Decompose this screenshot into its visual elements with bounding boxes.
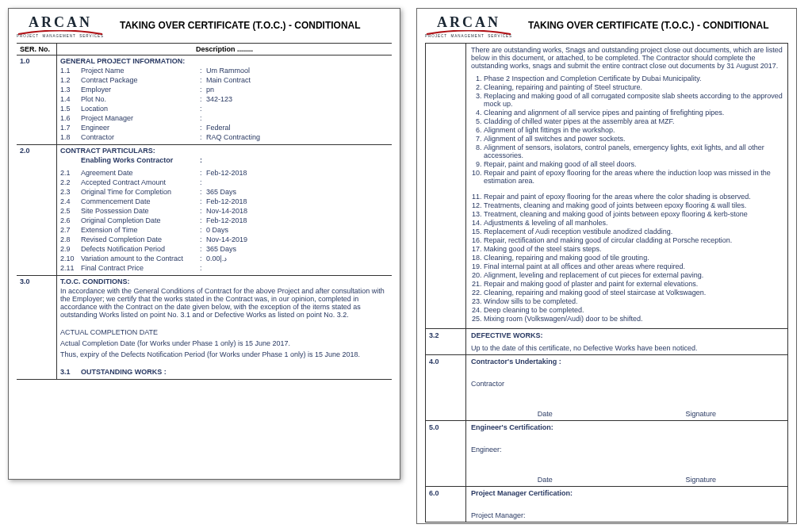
field-row: 1.5Location: [60, 105, 389, 113]
section-6-0-title: Project Manager Certification: [471, 489, 783, 497]
field-row: 2.5Site Possession Date:Nov-14-2018 [60, 207, 389, 215]
date-label: Date [538, 476, 553, 484]
section-1-body: GENERAL PROJECT INFORMATION: 1.1Project … [57, 55, 393, 145]
list-item: Mixing room (Volkswagen/Audi) door to be… [484, 315, 783, 323]
field-label: Employer [81, 86, 200, 94]
list-item: Adjustments & leveling of all manholes. [484, 219, 783, 227]
section-3-title: T.O.C. CONDITIONS: [60, 277, 389, 285]
field-value: Nov-14-2019 [206, 235, 389, 243]
field-value [206, 114, 389, 122]
list-item: Cleaning, repairing and making good of t… [484, 254, 783, 262]
field-value: 365 Days [206, 245, 389, 253]
section-6-0-row: 6.0 Project Manager Certification: Proje… [426, 486, 787, 522]
field-row: 2.4Commencement Date:Feb-12-2018 [60, 197, 389, 205]
field-value [206, 105, 389, 113]
section-5-0-row: 5.0 Engineer's Certification: Engineer: … [426, 420, 787, 486]
signature-row: Date Signature [471, 410, 783, 418]
page-2-body: There are outstanding works, Snags and o… [425, 43, 788, 522]
field-num: 2.10 [60, 255, 81, 262]
section-2-title: CONTRACT PARTICULARS: [60, 147, 389, 155]
table-header-row: SER. No. Description ........ [17, 44, 392, 55]
field-row: 2.8Revised Completion Date:Nov-14-2019 [60, 235, 389, 243]
list-item: Cleaning, repairing and painting of Stee… [484, 83, 783, 91]
document-pages: ARCAN PROJECT MANAGEMENT SERVICES TAKING… [8, 8, 804, 524]
section-3-1-ser: 3.1 [60, 368, 81, 376]
field-num: 1.6 [60, 114, 81, 122]
list-item: Alignment of sensors, isolators, control… [484, 144, 783, 159]
field-row: 2.3Original Time for Completion:365 Days [60, 188, 389, 196]
arcan-logo: ARCAN PROJECT MANAGEMENT SERVICES [425, 15, 512, 38]
page-2-header: ARCAN PROJECT MANAGEMENT SERVICES TAKING… [425, 15, 788, 38]
page-1-header: ARCAN PROJECT MANAGEMENT SERVICES TAKING… [17, 15, 392, 38]
list-item: Treatments, cleaning and making good of … [484, 201, 783, 209]
field-value [206, 178, 389, 186]
field-value: pn [206, 86, 389, 94]
field-num: 2.2 [60, 178, 81, 186]
section-2-body: CONTRACT PARTICULARS: Enabling Works Con… [57, 145, 393, 276]
pm-role-label: Project Manager: [471, 511, 783, 519]
field-value: Feb-12-2018 [206, 197, 389, 205]
section-3-2-body: DEFECTIVE WORKS: Up to the date of this … [466, 329, 787, 354]
signature-label: Signature [686, 476, 717, 484]
logo-arc-icon [17, 30, 104, 33]
date-label: Date [538, 410, 553, 418]
field-row: 2.9Defects Notification Period:365 Days [60, 245, 389, 253]
list-item: Treatment, cleaning and making good of j… [484, 210, 783, 218]
actual-completion-line-2: Thus, expiry of the Defects Notification… [60, 349, 389, 360]
document-title: TAKING OVER CERTIFICATE (T.O.C.) - CONDI… [528, 15, 769, 31]
field-row: 2.2Accepted Contract Amount: [60, 178, 389, 186]
field-row: 1.2Contract Package:Main Contract [60, 76, 389, 84]
list-item: Replacing and making good of all corruga… [484, 92, 783, 108]
field-value: 365 Days [206, 188, 389, 196]
section-3-row: 3.0 T.O.C. CONDITIONS: In accordance wit… [17, 276, 392, 380]
section-5-0-ser: 5.0 [426, 421, 466, 486]
field-label: Accepted Contract Amount [81, 178, 200, 186]
section-2-ser: 2.0 [17, 145, 57, 276]
page-2: ARCAN PROJECT MANAGEMENT SERVICES TAKING… [416, 8, 797, 524]
list-item: Repair and paint of epoxy flooring for t… [484, 169, 783, 185]
list-item: Window sills to be completed. [484, 297, 783, 305]
actual-completion-line-1: Actual Completion Date (for Works under … [60, 338, 389, 349]
field-value: Nov-14-2018 [206, 207, 389, 215]
field-num: 2.1 [60, 169, 81, 177]
contractor-role-label: Contractor [471, 380, 783, 388]
col-ser-header: SER. No. [17, 44, 57, 55]
field-label: Project Name [81, 67, 200, 75]
list-item: Final internal paint at all offices and … [484, 262, 783, 270]
field-num: 2.4 [60, 197, 81, 205]
section-3-2-ser: 3.2 [426, 329, 466, 354]
section-3-1-title: OUTSTANDING WORKS : [81, 368, 167, 376]
field-label: Contractor [81, 133, 200, 141]
list-item: Phase 2 Inspection and Completion Certif… [484, 75, 783, 82]
section-5-0-body: Engineer's Certification: Engineer: Date… [466, 421, 787, 486]
field-row: 1.4Plot No.:342-123 [60, 95, 389, 103]
defective-works-text: Up to the date of this certificate, no D… [471, 344, 783, 352]
list-item: Repair, paint and making good of all ste… [484, 160, 783, 168]
logo-arc-icon [425, 30, 512, 33]
field-row: 2.6Original Completion Date:Feb-12-2018 [60, 216, 389, 224]
outstanding-works-row: There are outstanding works, Snags and o… [426, 44, 787, 328]
col-desc-header: Description ........ [57, 44, 393, 55]
list-item: Alignment of light fittings in the works… [484, 126, 783, 134]
field-value: Federal [206, 124, 389, 132]
list-item: Replacement of Audi reception vestibule … [484, 228, 783, 235]
outstanding-works-ser [426, 44, 466, 328]
list-item: Cladding of chilled water pipes at the a… [484, 117, 783, 125]
section-1-title: GENERAL PROJECT INFORMATION: [60, 57, 389, 65]
field-num: 1.3 [60, 86, 81, 94]
list-item: Repair, rectification and making good of… [484, 236, 783, 244]
field-num: 1.1 [60, 67, 81, 75]
field-num: 1.8 [60, 133, 81, 141]
section-6-0-body: Project Manager Certification: Project M… [466, 487, 787, 522]
section-1-ser: 1.0 [17, 55, 57, 145]
toc-conditions-paragraph: In accordance with the General Condition… [60, 285, 389, 320]
field-label: Revised Completion Date [81, 235, 200, 243]
field-row: 1.6Project Manager: [60, 114, 389, 122]
section-2-row: 2.0 CONTRACT PARTICULARS: Enabling Works… [17, 145, 392, 276]
field-num: 2.7 [60, 226, 81, 234]
field-value: RAQ Contracting [206, 133, 389, 141]
list-item: Cleaning and alignment of all service pi… [484, 109, 783, 117]
section-4-0-body: Contractor's Undertaking : Contractor Da… [466, 355, 787, 420]
field-row: 1.3Employer:pn [60, 86, 389, 94]
field-value: Feb-12-2018 [206, 169, 389, 177]
